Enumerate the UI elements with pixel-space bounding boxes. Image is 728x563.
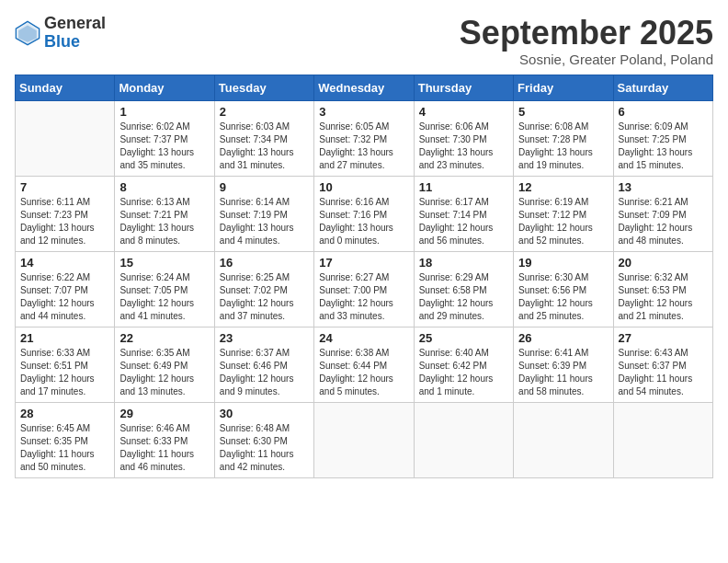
day-cell: 1Sunrise: 6:02 AMSunset: 7:37 PMDaylight… (115, 100, 214, 176)
location-subtitle: Sosnie, Greater Poland, Poland (460, 52, 713, 67)
day-number: 13 (619, 180, 708, 194)
day-number: 15 (119, 256, 209, 270)
day-info: Sunrise: 6:46 AMSunset: 6:33 PMDaylight:… (119, 422, 209, 474)
day-number: 14 (20, 256, 109, 270)
day-cell: 16Sunrise: 6:25 AMSunset: 7:02 PMDayligh… (214, 251, 313, 327)
day-number: 27 (619, 331, 708, 345)
day-info: Sunrise: 6:32 AMSunset: 6:53 PMDaylight:… (619, 271, 708, 323)
day-cell: 11Sunrise: 6:17 AMSunset: 7:14 PMDayligh… (414, 176, 513, 251)
calendar-header-row: SundayMondayTuesdayWednesdayThursdayFrid… (16, 75, 713, 100)
week-row-2: 7Sunrise: 6:11 AMSunset: 7:23 PMDaylight… (16, 176, 713, 251)
day-cell: 25Sunrise: 6:40 AMSunset: 6:42 PMDayligh… (414, 327, 513, 402)
week-row-1: 1Sunrise: 6:02 AMSunset: 7:37 PMDaylight… (16, 100, 713, 176)
page-header: General Blue September 2025 Sosnie, Grea… (15, 15, 713, 67)
day-number: 10 (319, 180, 408, 194)
day-number: 3 (319, 105, 408, 119)
day-cell (414, 402, 513, 477)
logo: General Blue (15, 15, 106, 52)
day-cell: 2Sunrise: 6:03 AMSunset: 7:34 PMDaylight… (214, 100, 313, 176)
day-number: 12 (518, 180, 608, 194)
day-number: 28 (20, 407, 109, 420)
day-info: Sunrise: 6:40 AMSunset: 6:42 PMDaylight:… (419, 347, 508, 398)
week-row-4: 21Sunrise: 6:33 AMSunset: 6:51 PMDayligh… (16, 327, 713, 402)
day-info: Sunrise: 6:37 AMSunset: 6:46 PMDaylight:… (220, 347, 309, 398)
day-cell (16, 100, 115, 176)
day-cell: 4Sunrise: 6:06 AMSunset: 7:30 PMDaylight… (414, 100, 513, 176)
day-cell: 5Sunrise: 6:08 AMSunset: 7:28 PMDaylight… (514, 100, 613, 176)
col-header-thursday: Thursday (414, 75, 513, 100)
day-number: 9 (220, 180, 309, 194)
day-info: Sunrise: 6:02 AMSunset: 7:37 PMDaylight:… (119, 121, 209, 172)
day-cell: 22Sunrise: 6:35 AMSunset: 6:49 PMDayligh… (115, 327, 214, 402)
day-number: 25 (419, 331, 508, 345)
day-info: Sunrise: 6:48 AMSunset: 6:30 PMDaylight:… (220, 422, 309, 474)
day-cell: 29Sunrise: 6:46 AMSunset: 6:33 PMDayligh… (115, 402, 214, 477)
day-cell: 27Sunrise: 6:43 AMSunset: 6:37 PMDayligh… (613, 327, 712, 402)
col-header-saturday: Saturday (613, 75, 712, 100)
day-number: 30 (220, 407, 309, 420)
day-cell (514, 402, 613, 477)
day-cell: 20Sunrise: 6:32 AMSunset: 6:53 PMDayligh… (613, 251, 712, 327)
day-cell: 18Sunrise: 6:29 AMSunset: 6:58 PMDayligh… (414, 251, 513, 327)
day-info: Sunrise: 6:03 AMSunset: 7:34 PMDaylight:… (220, 121, 309, 172)
day-info: Sunrise: 6:33 AMSunset: 6:51 PMDaylight:… (20, 347, 109, 398)
day-info: Sunrise: 6:24 AMSunset: 7:05 PMDaylight:… (119, 271, 209, 323)
day-number: 22 (119, 331, 209, 345)
day-cell: 21Sunrise: 6:33 AMSunset: 6:51 PMDayligh… (16, 327, 115, 402)
day-info: Sunrise: 6:17 AMSunset: 7:14 PMDaylight:… (419, 196, 508, 247)
day-info: Sunrise: 6:25 AMSunset: 7:02 PMDaylight:… (220, 271, 309, 323)
day-info: Sunrise: 6:16 AMSunset: 7:16 PMDaylight:… (319, 196, 408, 247)
day-info: Sunrise: 6:45 AMSunset: 6:35 PMDaylight:… (20, 422, 109, 474)
day-info: Sunrise: 6:43 AMSunset: 6:37 PMDaylight:… (619, 347, 708, 398)
day-info: Sunrise: 6:30 AMSunset: 6:56 PMDaylight:… (518, 271, 608, 323)
day-info: Sunrise: 6:14 AMSunset: 7:19 PMDaylight:… (220, 196, 309, 247)
day-info: Sunrise: 6:35 AMSunset: 6:49 PMDaylight:… (119, 347, 209, 398)
day-number: 18 (419, 256, 508, 270)
title-area: September 2025 Sosnie, Greater Poland, P… (460, 15, 713, 67)
col-header-friday: Friday (514, 75, 613, 100)
day-cell: 14Sunrise: 6:22 AMSunset: 7:07 PMDayligh… (16, 251, 115, 327)
logo-text: General Blue (44, 15, 106, 52)
day-info: Sunrise: 6:27 AMSunset: 7:00 PMDaylight:… (319, 271, 408, 323)
day-info: Sunrise: 6:05 AMSunset: 7:32 PMDaylight:… (319, 121, 408, 172)
day-cell: 9Sunrise: 6:14 AMSunset: 7:19 PMDaylight… (214, 176, 313, 251)
day-number: 8 (119, 180, 209, 194)
day-cell: 13Sunrise: 6:21 AMSunset: 7:09 PMDayligh… (613, 176, 712, 251)
day-info: Sunrise: 6:06 AMSunset: 7:30 PMDaylight:… (419, 121, 508, 172)
day-number: 23 (220, 331, 309, 345)
day-info: Sunrise: 6:29 AMSunset: 6:58 PMDaylight:… (419, 271, 508, 323)
day-cell: 17Sunrise: 6:27 AMSunset: 7:00 PMDayligh… (314, 251, 414, 327)
day-number: 16 (220, 256, 309, 270)
col-header-sunday: Sunday (16, 75, 115, 100)
day-number: 1 (119, 105, 209, 119)
day-cell: 24Sunrise: 6:38 AMSunset: 6:44 PMDayligh… (314, 327, 414, 402)
day-info: Sunrise: 6:13 AMSunset: 7:21 PMDaylight:… (119, 196, 209, 247)
day-info: Sunrise: 6:09 AMSunset: 7:25 PMDaylight:… (619, 121, 708, 172)
day-info: Sunrise: 6:41 AMSunset: 6:39 PMDaylight:… (518, 347, 608, 398)
day-number: 4 (419, 105, 508, 119)
day-number: 19 (518, 256, 608, 270)
logo-blue: Blue (44, 33, 106, 52)
calendar-table: SundayMondayTuesdayWednesdayThursdayFrid… (15, 75, 713, 478)
day-info: Sunrise: 6:19 AMSunset: 7:12 PMDaylight:… (518, 196, 608, 247)
week-row-5: 28Sunrise: 6:45 AMSunset: 6:35 PMDayligh… (16, 402, 713, 477)
week-row-3: 14Sunrise: 6:22 AMSunset: 7:07 PMDayligh… (16, 251, 713, 327)
day-number: 20 (619, 256, 708, 270)
day-info: Sunrise: 6:21 AMSunset: 7:09 PMDaylight:… (619, 196, 708, 247)
day-number: 26 (518, 331, 608, 345)
day-number: 24 (319, 331, 408, 345)
day-cell: 30Sunrise: 6:48 AMSunset: 6:30 PMDayligh… (214, 402, 313, 477)
day-cell: 8Sunrise: 6:13 AMSunset: 7:21 PMDaylight… (115, 176, 214, 251)
col-header-wednesday: Wednesday (314, 75, 414, 100)
day-number: 11 (419, 180, 508, 194)
day-cell: 12Sunrise: 6:19 AMSunset: 7:12 PMDayligh… (514, 176, 613, 251)
day-number: 2 (220, 105, 309, 119)
logo-general: General (44, 15, 106, 33)
day-cell: 10Sunrise: 6:16 AMSunset: 7:16 PMDayligh… (314, 176, 414, 251)
day-info: Sunrise: 6:08 AMSunset: 7:28 PMDaylight:… (518, 121, 608, 172)
month-title: September 2025 (460, 15, 713, 52)
day-cell: 6Sunrise: 6:09 AMSunset: 7:25 PMDaylight… (613, 100, 712, 176)
day-number: 17 (319, 256, 408, 270)
day-number: 6 (619, 105, 708, 119)
day-cell: 28Sunrise: 6:45 AMSunset: 6:35 PMDayligh… (16, 402, 115, 477)
